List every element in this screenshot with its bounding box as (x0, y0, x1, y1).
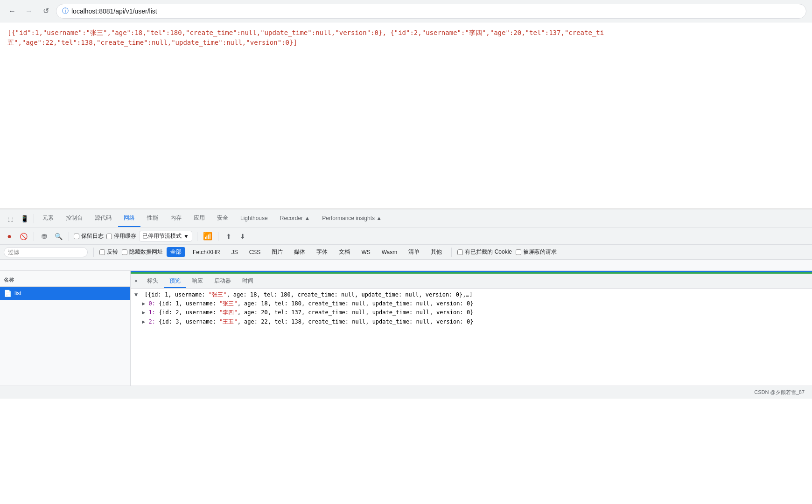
preserve-log-label: 保留日志 (81, 232, 104, 240)
preserve-log-checkbox[interactable]: 保留日志 (74, 232, 104, 240)
preview-tab-preview[interactable]: 预览 (164, 274, 186, 288)
invert-input[interactable] (99, 249, 105, 255)
toolbar-sep1 (34, 232, 34, 241)
back-button[interactable]: ← (6, 5, 19, 18)
invert-checkbox[interactable]: 反转 (99, 248, 118, 256)
clear-button[interactable]: 🚫 (18, 231, 29, 242)
blocked-cookie-checkbox[interactable]: 有已拦截的 Cookie (457, 248, 512, 256)
filter-chip-font[interactable]: 字体 (313, 247, 331, 257)
filter-input[interactable] (4, 247, 88, 257)
toolbar-sep4 (218, 232, 218, 241)
filter-chip-img[interactable]: 图片 (268, 247, 287, 257)
toolbar-sep3 (197, 232, 197, 241)
json-item-2-index: 2: (148, 318, 155, 325)
tab-console[interactable]: 控制台 (60, 210, 88, 227)
json-response-line2: 五","age":22,"tel":138,"create_time":null… (7, 38, 805, 48)
tab-memory[interactable]: 内存 (165, 210, 187, 227)
devtools-tab-bar: ⬚ 📱 元素 控制台 源代码 网络 性能 内存 应用 安全 Lighthouse… (0, 209, 812, 228)
refresh-button[interactable]: ↺ (39, 5, 52, 18)
json-item-1-content: {id: 2, username: "李四", age: 20, tel: 13… (159, 309, 473, 316)
tab-elements[interactable]: 元素 (37, 210, 59, 227)
search-icon-btn[interactable]: 🔍 (53, 231, 64, 242)
forward-button[interactable]: → (22, 5, 35, 18)
blocked-cookie-input[interactable] (457, 249, 463, 255)
json-item-2[interactable]: ▶ 2: {id: 3, username: "王五", age: 22, te… (134, 318, 808, 326)
tab-application[interactable]: 应用 (188, 210, 210, 227)
url-text: localhost:8081/api/v1/user/list (71, 7, 157, 15)
json-root-expand[interactable]: ▼ (134, 291, 138, 298)
tab-performance[interactable]: 性能 (141, 210, 164, 227)
preview-content: ▼ [{id: 1, username: "张三", age: 18, tel:… (131, 289, 812, 386)
blocked-requests-checkbox[interactable]: 被屏蔽的请求 (516, 248, 557, 256)
tab-network[interactable]: 网络 (118, 210, 140, 227)
network-toolbar: ● 🚫 ⛃ 🔍 保留日志 停用缓存 已停用节流模式 ▼ 📶 ⬆ ⬇ (0, 228, 812, 245)
tab-performance-insights[interactable]: Performance insights ▲ (316, 210, 387, 227)
tab-recorder[interactable]: Recorder ▲ (274, 210, 316, 227)
name-column-header: 名称 (0, 274, 130, 287)
hide-data-urls-checkbox[interactable]: 隐藏数据网址 (122, 248, 163, 256)
close-panel-button[interactable]: × (131, 274, 141, 288)
preview-tab-timing[interactable]: 时间 (237, 274, 259, 288)
preview-tab-headers[interactable]: 标头 (141, 274, 164, 288)
json-item-0-expand[interactable]: ▶ (142, 300, 145, 307)
throttle-label: 已停用节流模式 (142, 232, 182, 240)
info-icon: ⓘ (62, 7, 69, 15)
bottom-bar-text: CSDN @夕颜若雪_87 (754, 389, 805, 396)
filter-chip-js[interactable]: JS (228, 248, 242, 256)
filter-chip-manifest[interactable]: 清单 (405, 247, 423, 257)
inspect-element-icon[interactable]: ⬚ (4, 212, 17, 225)
filter-chip-css[interactable]: CSS (245, 248, 265, 256)
json-item-1-expand[interactable]: ▶ (142, 309, 145, 316)
json-item-0[interactable]: ▶ 0: {id: 1, username: "张三", age: 18, te… (134, 299, 808, 308)
filter-chip-media[interactable]: 媒体 (290, 247, 309, 257)
json-item-2-content: {id: 3, username: "王五", age: 22, tel: 13… (159, 318, 473, 325)
json-item-1-index: 1: (148, 309, 155, 316)
wifi-icon[interactable]: 📶 (202, 231, 213, 242)
filter-icon-btn[interactable]: ⛃ (39, 231, 50, 242)
import-icon[interactable]: ⬆ (223, 231, 234, 242)
device-toolbar-icon[interactable]: 📱 (18, 212, 31, 225)
json-root-text: [{id: 1, username: "张三", age: 18, tel: 1… (141, 291, 472, 298)
filter-sep (93, 248, 94, 257)
filter-chip-fetch-xhr[interactable]: Fetch/XHR (189, 248, 224, 256)
network-item-list[interactable]: 📄 list (0, 287, 130, 300)
preview-tab-initiator[interactable]: 启动器 (209, 274, 237, 288)
json-item-0-content: {id: 1, username: "张三", age: 18, tel: 18… (159, 300, 473, 307)
throttle-dropdown-icon: ▼ (183, 233, 189, 240)
filter-row: 反转 隐藏数据网址 全部 Fetch/XHR JS CSS 图片 媒体 字体 文… (0, 245, 812, 260)
filter-chip-all[interactable]: 全部 (167, 247, 185, 257)
disable-cache-input[interactable] (106, 234, 112, 239)
timeline-bar-right (131, 271, 812, 274)
tab-sources[interactable]: 源代码 (89, 210, 117, 227)
tab-separator (34, 214, 34, 223)
export-icon[interactable]: ⬇ (237, 231, 248, 242)
address-bar[interactable]: ⓘ localhost:8081/api/v1/user/list (56, 4, 806, 19)
throttle-dropdown[interactable]: 已停用节流模式 ▼ (139, 231, 192, 242)
network-item-name: list (14, 290, 21, 297)
filter-chip-ws[interactable]: WS (357, 248, 374, 256)
json-item-2-expand[interactable]: ▶ (142, 318, 145, 325)
preview-tab-bar: × 标头 预览 响应 启动器 时间 (131, 274, 812, 289)
json-root-line[interactable]: ▼ [{id: 1, username: "张三", age: 18, tel:… (134, 290, 808, 299)
page-content: [{"id":1,"username":"张三","age":18,"tel":… (0, 22, 812, 209)
filter-sep2 (451, 248, 452, 257)
devtools-panel: ⬚ 📱 元素 控制台 源代码 网络 性能 内存 应用 安全 Lighthouse… (0, 209, 812, 399)
tab-lighthouse[interactable]: Lighthouse (235, 210, 273, 227)
filter-chip-other[interactable]: 其他 (427, 247, 446, 257)
hide-data-urls-input[interactable] (122, 249, 127, 255)
timeline-header: 50 毫秒 100 毫秒 150 毫秒 200 毫秒 250 毫秒 300 毫秒… (0, 260, 812, 271)
disable-cache-checkbox[interactable]: 停用缓存 (106, 232, 136, 240)
filter-chip-wasm[interactable]: Wasm (378, 248, 401, 256)
blocked-requests-label: 被屏蔽的请求 (523, 248, 557, 256)
preview-tab-response[interactable]: 响应 (186, 274, 209, 288)
bottom-bar: CSDN @夕颜若雪_87 (0, 386, 812, 399)
json-item-1[interactable]: ▶ 1: {id: 2, username: "李四", age: 20, te… (134, 308, 808, 317)
filter-chip-doc[interactable]: 文档 (335, 247, 354, 257)
preserve-log-input[interactable] (74, 234, 79, 239)
tab-security[interactable]: 安全 (211, 210, 234, 227)
network-item-icon: 📄 (4, 290, 12, 297)
disable-cache-label: 停用缓存 (114, 232, 136, 240)
blocked-requests-input[interactable] (516, 249, 521, 255)
invert-label: 反转 (107, 248, 118, 256)
record-button[interactable]: ● (4, 231, 15, 242)
